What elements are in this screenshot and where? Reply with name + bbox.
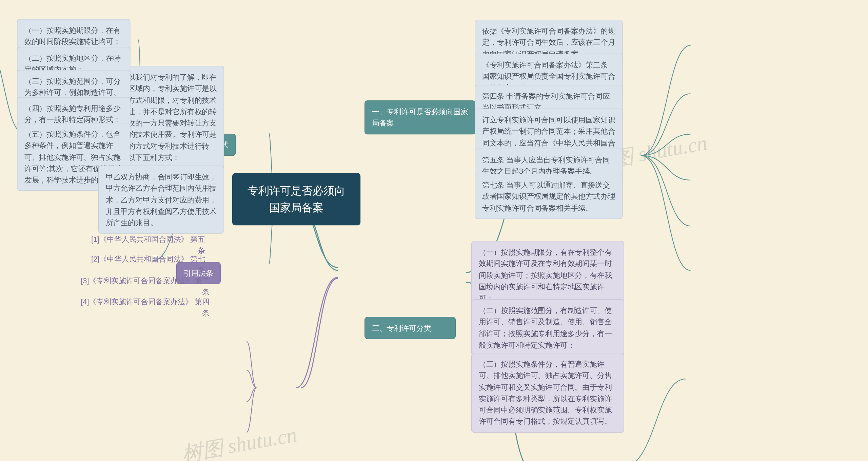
branch-3-title: 三、专利许可分类: [364, 317, 456, 339]
watermark: 树图 shutu.cn: [180, 421, 299, 461]
b3-item-2: （二）按照实施范围分，有制造许可、使用许可、销售许可及制造、使用、销售全部许可；…: [471, 299, 624, 356]
root-node: 专利许可是否必须向国家局备案: [232, 173, 360, 226]
law-item-4: [4]《专利实施许可合同备案办法》 第四条: [75, 294, 212, 321]
b3-item-1: （一）按照实施期限分，有在专利整个有效期间实施许可及在专利有效期间某一时间段实施…: [471, 241, 624, 309]
b1-item-6: 第七条 当事人可以通过邮寄、直接送交或者国家知识产权局规定的其他方式办理专利实施…: [475, 174, 623, 219]
branch-1-title: 一、专利许可是否必须向国家局备案: [364, 100, 475, 134]
b2-bottom: 甲乙双方协商，合同签订即生效，甲方允许乙方在合理范围内使用技术，乙方对甲方支付对…: [98, 166, 224, 234]
b3-item-3: （三）按照实施条件分，有普遍实施许可、排他实施许可、独占实施许可、分售实施许可和…: [471, 353, 624, 433]
